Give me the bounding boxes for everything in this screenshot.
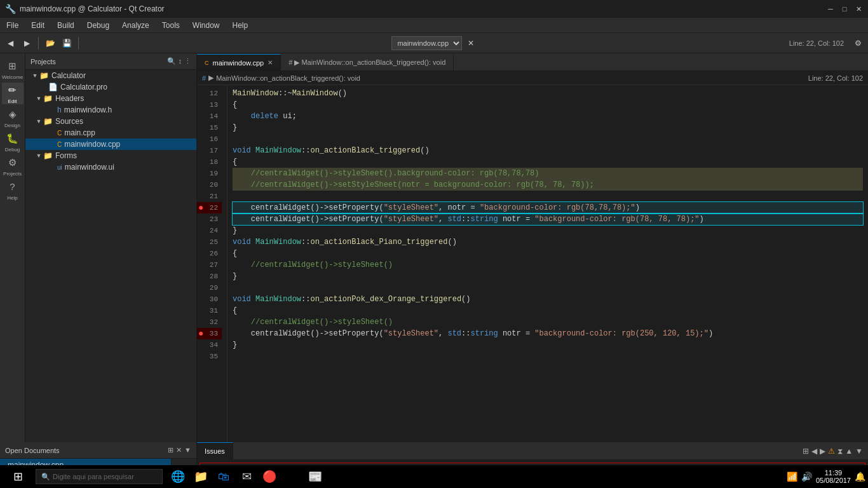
minimize-button[interactable]: ─ — [826, 4, 835, 13]
menu-item-tools[interactable]: Tools — [156, 20, 186, 31]
tree-item-sources[interactable]: ▼ 📁 Sources — [25, 116, 196, 127]
taskbar-right: 📶 🔊 11:39 05/08/2017 🔔 — [787, 469, 865, 484]
open-docs-title: Open Documents — [5, 447, 60, 454]
file-selector-combo[interactable]: mainwindow.cpp — [391, 36, 462, 50]
tab-breadcrumb-tab[interactable]: # ▶ MainWindow::on_actionBlack_triggered… — [281, 54, 454, 71]
code-content[interactable]: MainWindow::~MainWindow() { delete ui; }… — [227, 85, 868, 442]
search-bar[interactable]: 🔍 Digite aqui para pesquisar — [36, 469, 163, 484]
open-docs-arrow-icon[interactable]: ▼ — [184, 446, 191, 454]
taskbar-app-edge[interactable]: 🌐 — [168, 466, 188, 487]
linenum-35: 35 — [197, 351, 222, 362]
sidebar-help-btn[interactable]: ? Help — [2, 179, 24, 201]
menu-item-window[interactable]: Window — [186, 20, 226, 31]
tree-item-mainwindow-h[interactable]: h mainwindow.h — [25, 104, 196, 116]
tree-item-mainwindow-ui[interactable]: ui mainwindow.ui — [25, 161, 196, 173]
code-line-18: { — [233, 156, 863, 168]
taskbar-speaker-icon: 🔊 — [801, 471, 812, 482]
taskbar-app-chrome[interactable]: 🔴 — [259, 466, 280, 487]
tree-arrow-forms: ▼ — [34, 152, 43, 159]
taskbar-app-maps[interactable]: 🗺 — [282, 466, 302, 487]
tree-item-mainwindow-cpp[interactable]: C mainwindow.cpp — [25, 139, 196, 150]
code-line-13: { — [233, 99, 863, 111]
sidebar-design-btn[interactable]: ◈ Design — [2, 107, 24, 128]
tab-mainwindow-cpp-label: mainwindow.cpp — [213, 59, 264, 67]
linenum-27: 27 — [197, 259, 222, 271]
project-sync-btn[interactable]: ↕ — [179, 57, 182, 65]
sidebar-projects-btn[interactable]: ⚙ Projects — [2, 155, 24, 177]
taskbar-app-news[interactable]: 📰 — [305, 466, 325, 487]
tree-item-main-cpp[interactable]: C main.cpp — [25, 127, 196, 139]
issues-tab-controls: ⊞ ◀ ▶ ⚠ ⧗ ▲ ▼ — [803, 447, 868, 456]
calculator-folder-icon: 📁 — [39, 71, 49, 80]
issues-tab-warn-icon[interactable]: ⚠ — [828, 447, 835, 456]
start-button[interactable]: ⊞ — [3, 466, 33, 487]
menu-item-help[interactable]: Help — [226, 20, 255, 31]
issues-tab-next-icon[interactable]: ▶ — [820, 447, 825, 456]
tree-label-headers: Headers — [55, 94, 84, 103]
close-button[interactable]: ✕ — [854, 4, 863, 13]
issues-tab-add-icon[interactable]: ⊞ — [803, 447, 809, 456]
project-filter-btn[interactable]: 🔍 — [167, 57, 176, 65]
open-docs-icons: ⊞ ✕ ▼ — [168, 446, 191, 454]
tab-mainwindow-cpp[interactable]: C mainwindow.cpp ✕ — [197, 54, 281, 71]
line-col-info: Line: 22, Col: 102 — [808, 74, 863, 82]
linenum-21: 21 — [197, 191, 222, 202]
issues-tab-filter-icon[interactable]: ⧗ — [837, 447, 843, 456]
tree-item-forms[interactable]: ▼ 📁 Forms — [25, 150, 196, 161]
issues-tab-issues[interactable]: Issues — [197, 442, 233, 460]
linenum-31: 31 — [197, 305, 222, 316]
sidebar-help-label: Help — [7, 195, 17, 201]
tab-close-icon[interactable]: ✕ — [268, 59, 273, 66]
app-icon: 🔧 — [5, 4, 16, 14]
sidebar-debug-label: Debug — [5, 147, 20, 152]
maximize-button[interactable]: □ — [840, 4, 849, 13]
code-line-31: { — [233, 305, 863, 316]
line-col-info: Line: 22, Col: 102 — [789, 39, 844, 47]
toolbar: ◀ ▶ 📂 💾 mainwindow.cpp ✕ Line: 22, Col: … — [0, 33, 868, 53]
window-controls: ─ □ ✕ — [826, 4, 863, 13]
code-line-28: } — [233, 271, 863, 282]
code-line-20: //centralWidget()->setStyleSheet(notr = … — [233, 179, 863, 191]
taskbar-app-explorer[interactable]: 📁 — [191, 466, 211, 487]
taskbar-app-store[interactable]: 🛍 — [214, 466, 234, 487]
issues-tab-up-icon[interactable]: ▲ — [845, 447, 853, 456]
open-docs-expand-icon[interactable]: ⊞ — [168, 446, 173, 454]
toolbar-sep-2 — [78, 37, 79, 50]
open-docs-close-icon[interactable]: ✕ — [176, 446, 182, 454]
menu-item-build[interactable]: Build — [51, 20, 81, 31]
tree-label-mw-cpp: mainwindow.cpp — [64, 140, 120, 149]
sidebar-welcome-btn[interactable]: ⊞ Welcome — [2, 58, 24, 80]
taskbar-notification-icon[interactable]: 🔔 — [855, 471, 865, 482]
toolbar-save-btn[interactable]: 💾 — [59, 36, 74, 51]
issues-tab-prev-icon[interactable]: ◀ — [811, 447, 817, 456]
taskbar-app-mail[interactable]: ✉ — [236, 466, 257, 487]
error-dot-22: ● — [198, 202, 203, 214]
tree-item-calculator-pro[interactable]: 📄 Calculator.pro — [25, 81, 196, 93]
sidebar-debug-btn[interactable]: 🐛 Debug — [2, 131, 24, 152]
toolbar-open-btn[interactable]: 📂 — [43, 36, 58, 51]
toolbar-forward-btn[interactable]: ▶ — [19, 36, 34, 51]
code-line-17: void MainWindow::on_actionBlack_triggere… — [233, 145, 863, 156]
toolbar-close-file-btn[interactable]: ✕ — [463, 36, 478, 51]
toolbar-settings-btn[interactable]: ⚙ — [850, 36, 865, 51]
menu-item-edit[interactable]: Edit — [25, 20, 51, 31]
code-line-29 — [233, 282, 863, 294]
taskbar-date: 05/08/2017 — [816, 477, 851, 484]
menu-item-debug[interactable]: Debug — [81, 20, 116, 31]
issues-tabs-bar: Issues ⊞ ◀ ▶ ⚠ ⧗ ▲ ▼ — [197, 442, 868, 460]
tree-item-headers[interactable]: ▼ 📁 Headers — [25, 93, 196, 104]
menu-item-analyze[interactable]: Analyze — [116, 20, 156, 31]
issues-tab-down-icon[interactable]: ▼ — [855, 447, 863, 456]
tree-label-sources: Sources — [55, 117, 83, 126]
menu-item-file[interactable]: File — [0, 20, 25, 31]
breadcrumb-function: MainWindow::on_actionBlack_triggered(): … — [216, 74, 360, 82]
toolbar-back-btn[interactable]: ◀ — [3, 36, 18, 51]
sidebar-welcome-label: Welcome — [2, 74, 23, 80]
taskbar-apps: 🌐 📁 🛍 ✉ 🔴 🗺 📰 — [168, 466, 325, 487]
linenum-18: 18 — [197, 156, 222, 168]
taskbar-wifi-icon: 📶 — [787, 471, 797, 482]
mw-h-icon: h — [57, 105, 62, 114]
project-menu-btn[interactable]: ⋮ — [184, 57, 191, 65]
sidebar-edit-btn[interactable]: ✏ Edit — [2, 83, 24, 104]
tree-item-calculator[interactable]: ▼ 📁 Calculator — [25, 70, 196, 81]
